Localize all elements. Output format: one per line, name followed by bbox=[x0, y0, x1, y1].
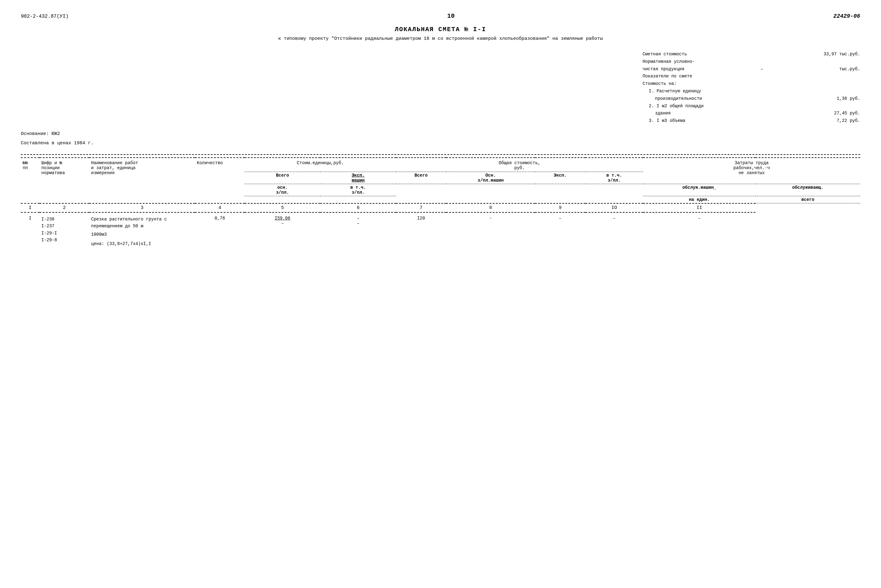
th-empty-6 bbox=[245, 196, 643, 203]
header-center: (УI) bbox=[57, 14, 68, 19]
header-line: 902-2-432.87 (УI) 10 22429-06 bbox=[21, 12, 860, 20]
cost-label-6: I. Расчетную единицу bbox=[649, 88, 701, 94]
cost-label-7: 2. I м2 общей площади bbox=[649, 104, 704, 108]
th-col3: Наименование работ и затрат, единица изм… bbox=[89, 158, 195, 203]
th-empty-span bbox=[396, 184, 643, 196]
idx-8: 8 bbox=[446, 203, 535, 212]
separator-top bbox=[21, 154, 860, 155]
cost-line-6a: I. Расчетную единицу bbox=[643, 88, 860, 95]
cost-label-6sub: производительности bbox=[655, 95, 702, 103]
idx-10: IO bbox=[585, 203, 643, 212]
th-labor: Затраты труда рабочих,чел.-ч не занятых bbox=[643, 158, 860, 184]
index-row: I 2 3 4 5 6 7 8 9 IO II bbox=[21, 203, 860, 212]
cost-line-6b: производительности 1,36 руб. bbox=[643, 95, 860, 103]
row-labor-vsego: – bbox=[643, 212, 756, 249]
prices-line: Составлена в ценах 1984 г. bbox=[21, 139, 94, 148]
th-labor-obsluzh2: обслуживающ. bbox=[755, 184, 860, 196]
idx-1: I bbox=[21, 203, 39, 212]
page-container: 902-2-432.87 (УI) 10 22429-06 ЛОКАЛЬНАЯ … bbox=[21, 12, 860, 249]
th-total-all: Всего bbox=[396, 172, 446, 184]
idx-11: II bbox=[643, 203, 756, 212]
doc-number: 902-2-432.87 bbox=[21, 14, 57, 19]
main-title: ЛОКАЛЬНАЯ СМЕТА № I-I bbox=[21, 26, 860, 33]
th-general-cost: Общая стоимость, руб. bbox=[396, 158, 643, 172]
table-header-row-1: №№ пп Шифр и № позиции норматива Наимено… bbox=[21, 158, 860, 172]
th-unit-cost: Стоим.единицы,руб. bbox=[245, 158, 396, 172]
cost-value-8: 7,22 руб. bbox=[836, 117, 860, 125]
th-expl2: Эксп. bbox=[535, 172, 585, 184]
page-number: 10 bbox=[69, 12, 833, 20]
row-codes: I-230 I-237 I-29-I I-29-8 bbox=[39, 212, 89, 249]
row-section: I bbox=[21, 212, 39, 249]
idx-7: 7 bbox=[396, 203, 446, 212]
cost-details: Сметная стоимость 33,97 тыс.руб. Нормати… bbox=[643, 51, 860, 125]
th-col4: Количество bbox=[195, 158, 245, 203]
cost-line-5: Стоимость на: bbox=[643, 80, 860, 88]
doc-code: 22429-06 bbox=[833, 13, 860, 19]
row-unit-total: I59,06 – bbox=[245, 212, 320, 249]
cost-label-8: 3. I м3 объема bbox=[649, 117, 685, 125]
cost-line-7a: 2. I м2 общей площади bbox=[643, 103, 860, 110]
th-labor-obsluzh: обслуж.машин_ bbox=[643, 184, 756, 196]
cost-value-6: 1,36 руб. bbox=[836, 95, 860, 103]
main-table: №№ пп Шифр и № позиции норматива Наимено… bbox=[21, 158, 860, 249]
idx-4: 4 bbox=[195, 203, 245, 212]
th-vtch-zpl: в т.ч. з/пл. bbox=[585, 172, 643, 184]
row-expl-total: – bbox=[535, 212, 585, 249]
cost-label-3: чистая продукция bbox=[643, 66, 684, 73]
idx-2: 2 bbox=[39, 203, 89, 212]
idx-9: 9 bbox=[535, 203, 585, 212]
th-osn-zpl-unit: осн. з/пл. bbox=[245, 184, 320, 196]
th-vsego-labor: всего bbox=[755, 196, 860, 203]
th-na-ed: на един. bbox=[643, 196, 756, 203]
subtitle: к типовому проекту "Отстойники радиальны… bbox=[21, 36, 860, 41]
row-labor-na-ed: – bbox=[585, 212, 643, 249]
cost-label-4: Показатели по смете bbox=[643, 74, 692, 79]
cost-value-1: 33,97 тыс.руб. bbox=[824, 51, 860, 58]
cost-value-7: 27,45 руб. bbox=[834, 110, 860, 117]
th-vtch-zpl-unit: в т.ч. з/пл. bbox=[320, 184, 396, 196]
row-osn-zpl: - bbox=[446, 212, 535, 249]
th-col1: №№ пп bbox=[21, 158, 39, 203]
cost-line-7b: здания 27,45 руб. bbox=[643, 110, 860, 117]
basis-prices-section: Основание: ЮЖ2 Составлена в ценах 1984 г… bbox=[21, 129, 860, 148]
cost-line-3: чистая продукция – тыс.руб. bbox=[643, 66, 860, 73]
row-total-all: I20 bbox=[396, 212, 446, 249]
row-unit-osn: – – bbox=[320, 212, 396, 249]
th-vsego: Всего bbox=[245, 172, 320, 184]
cost-info-block: Сметная стоимость 33,97 тыс.руб. Нормати… bbox=[21, 51, 860, 125]
table-row: I I-230 I-237 I-29-I I-29-8 Срезка расти… bbox=[21, 212, 860, 249]
cost-line-4: Показатели по смете bbox=[643, 73, 860, 80]
cost-line-8: 3. I м3 объема 7,22 руб. bbox=[643, 117, 860, 125]
cost-label-5: Стоимость на: bbox=[643, 81, 676, 86]
cost-dash-3: – bbox=[760, 66, 763, 73]
cost-label-7sub: здания bbox=[655, 110, 671, 117]
left-info: Основание: ЮЖ2 Составлена в ценах 1984 г… bbox=[21, 129, 94, 148]
title-section: ЛОКАЛЬНАЯ СМЕТА № I-I к типовому проекту… bbox=[21, 26, 860, 41]
th-expl-machines: Эксп. машин bbox=[320, 172, 396, 184]
idx-6: 6 bbox=[320, 203, 396, 212]
cost-label-1: Сметная стоимость bbox=[643, 51, 687, 58]
row-name: Срезка растительного грунта с перемещени… bbox=[89, 212, 195, 249]
cost-line-1: Сметная стоимость 33,97 тыс.руб. bbox=[643, 51, 860, 58]
idx-5: 5 bbox=[245, 203, 320, 212]
cost-value-3: тыс.руб. bbox=[839, 66, 860, 73]
idx-3: 3 bbox=[89, 203, 195, 212]
th-col2: Шифр и № позиции норматива bbox=[39, 158, 89, 203]
cost-line-2: Нормативная условно- bbox=[643, 58, 860, 66]
row-qty: 0,76 bbox=[195, 212, 245, 249]
basis-line: Основание: ЮЖ2 bbox=[21, 129, 94, 139]
th-osn-zpl: Осн. з/пл.машин bbox=[446, 172, 535, 184]
cost-label-2: Нормативная условно- bbox=[643, 59, 695, 64]
